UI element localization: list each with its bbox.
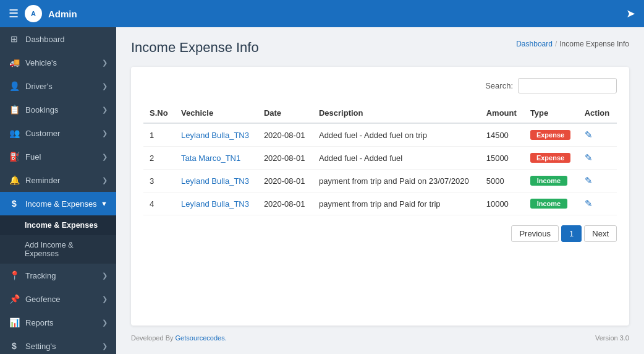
breadcrumb: Dashboard / Income Expense Info <box>516 40 629 48</box>
income-expense-table: S.No Vechicle Date Description Amount Ty… <box>143 103 617 215</box>
sidebar-label-tracking: Tracking <box>25 271 56 280</box>
sidebar-label-geofence: Geofence <box>25 295 60 304</box>
chevron-right-icon6: ❯ <box>102 176 108 184</box>
chevron-right-icon7: ❯ <box>102 272 108 280</box>
sidebar-label-vehicles: Vehicle's <box>25 58 57 67</box>
geofence-icon: 📌 <box>9 294 20 304</box>
dashboard-icon: ⊞ <box>9 34 20 44</box>
page-1-button[interactable]: 1 <box>561 225 582 242</box>
sidebar-item-tracking[interactable]: 📍 Tracking ❯ <box>0 264 116 287</box>
sidebar-item-dashboard[interactable]: ⊞ Dashboard <box>0 27 116 51</box>
table-row: 1 Leyland Bulla_TN3 2020-08-01 Added fue… <box>143 123 617 147</box>
vehicles-icon: 🚚 <box>9 58 20 67</box>
col-sno: S.No <box>143 103 175 123</box>
settings-icon: $ <box>9 341 20 351</box>
top-navbar: ☰ A Admin ➤ <box>0 0 644 27</box>
breadcrumb-home[interactable]: Dashboard <box>516 40 553 48</box>
sidebar-label-fuel: Fuel <box>25 152 41 162</box>
pagination: Previous 1 Next <box>143 225 617 242</box>
edit-button[interactable]: ✎ <box>585 152 593 163</box>
col-vehicle: Vechicle <box>175 103 258 123</box>
table-row: 4 Leyland Bulla_TN3 2020-08-01 payment f… <box>143 192 617 215</box>
type-badge: Income <box>530 176 567 186</box>
cell-vehicle[interactable]: Leyland Bulla_TN3 <box>175 170 258 192</box>
cell-amount: 15000 <box>480 147 524 170</box>
cell-date: 2020-08-01 <box>258 123 313 147</box>
type-badge: Income <box>530 199 567 209</box>
hamburger-icon[interactable]: ☰ <box>9 7 19 20</box>
sidebar-item-fuel[interactable]: ⛽ Fuel ❯ <box>0 145 116 168</box>
sidebar-item-geofence[interactable]: 📌 Geofence ❯ <box>0 287 116 311</box>
cell-amount: 5000 <box>480 170 524 192</box>
sidebar-item-drivers[interactable]: 👤 Driver's ❯ <box>0 74 116 98</box>
logo-icon: A <box>25 5 42 22</box>
chevron-right-icon3: ❯ <box>102 106 108 114</box>
cell-description: Added fuel - Added fuel <box>313 147 480 170</box>
edit-button[interactable]: ✎ <box>585 175 593 186</box>
sidebar-item-bookings[interactable]: 📋 Bookings ❯ <box>0 98 116 121</box>
search-row: Search: <box>143 78 617 93</box>
footer: Developed By Getsourcecodes. Version 3.0 <box>131 334 629 342</box>
type-badge: Expense <box>530 130 570 140</box>
search-input[interactable] <box>518 78 617 93</box>
sidebar-submenu-income: Income & Expenses Add Income & Expenses <box>0 215 116 264</box>
main-content: Income Expense Info Dashboard / Income E… <box>116 27 644 354</box>
chevron-right-icon8: ❯ <box>102 295 108 303</box>
sidebar: ⊞ Dashboard 🚚 Vehicle's ❯ 👤 Driver's ❯ 📋… <box>0 27 116 354</box>
breadcrumb-current: Income Expense Info <box>559 40 629 48</box>
cell-sno: 4 <box>143 192 175 215</box>
cell-amount: 10000 <box>480 192 524 215</box>
sidebar-item-reminder[interactable]: 🔔 Reminder ❯ <box>0 168 116 192</box>
col-description: Description <box>313 103 480 123</box>
logout-icon[interactable]: ➤ <box>626 7 635 20</box>
col-date: Date <box>258 103 313 123</box>
cell-vehicle[interactable]: Leyland Bulla_TN3 <box>175 192 258 215</box>
cell-vehicle[interactable]: Leyland Bulla_TN3 <box>175 123 258 147</box>
sidebar-label-bookings: Bookings <box>25 105 58 114</box>
cell-description: payment from trip and Paid for trip <box>313 192 480 215</box>
sidebar-item-settings[interactable]: $ Setting's ❯ <box>0 334 116 354</box>
edit-button[interactable]: ✎ <box>585 198 593 209</box>
cell-vehicle[interactable]: Tata Marco_TN1 <box>175 147 258 170</box>
chevron-down-icon: ▼ <box>101 200 108 207</box>
sidebar-label-dashboard: Dashboard <box>25 35 65 44</box>
sidebar-label-reminder: Reminder <box>25 176 60 185</box>
cell-amount: 14500 <box>480 123 524 147</box>
cell-type: Expense <box>524 147 578 170</box>
footer-company-link[interactable]: Getsourcecodes. <box>176 334 227 342</box>
cell-type: Income <box>524 192 578 215</box>
table-row: 2 Tata Marco_TN1 2020-08-01 Added fuel -… <box>143 147 617 170</box>
table-row: 3 Leyland Bulla_TN3 2020-08-01 payment f… <box>143 170 617 192</box>
app-title: Admin <box>48 9 77 19</box>
cell-action: ✎ <box>578 123 617 147</box>
sidebar-item-vehicles[interactable]: 🚚 Vehicle's ❯ <box>0 51 116 74</box>
fuel-icon: ⛽ <box>9 152 20 162</box>
footer-credit: Developed By Getsourcecodes. <box>131 334 227 342</box>
previous-button[interactable]: Previous <box>511 225 559 242</box>
sidebar-item-customer[interactable]: 👥 Customer ❯ <box>0 121 116 145</box>
bookings-icon: 📋 <box>9 105 20 114</box>
reports-icon: 📊 <box>9 317 20 327</box>
search-label: Search: <box>485 81 513 90</box>
cell-action: ✎ <box>578 170 617 192</box>
reminder-icon: 🔔 <box>9 175 20 185</box>
sidebar-sub-income-expenses[interactable]: Income & Expenses <box>0 215 116 235</box>
sidebar-label-reports: Reports <box>25 318 54 327</box>
developed-by-text: Developed By <box>131 334 174 342</box>
sidebar-sub-add-income[interactable]: Add Income & Expenses <box>0 235 116 264</box>
chevron-right-icon: ❯ <box>102 59 108 67</box>
chevron-right-icon5: ❯ <box>102 153 108 161</box>
drivers-icon: 👤 <box>9 81 20 91</box>
cell-sno: 2 <box>143 147 175 170</box>
next-button[interactable]: Next <box>584 225 617 242</box>
sidebar-item-income-expenses[interactable]: $ Income & Expenses ▼ <box>0 192 116 215</box>
cell-action: ✎ <box>578 147 617 170</box>
tracking-icon: 📍 <box>9 270 20 280</box>
income-icon: $ <box>9 199 20 209</box>
content-card: Search: S.No Vechicle Date Description A… <box>131 67 629 326</box>
cell-sno: 1 <box>143 123 175 147</box>
edit-button[interactable]: ✎ <box>585 129 593 140</box>
breadcrumb-separator: / <box>555 40 557 48</box>
chevron-right-icon2: ❯ <box>102 82 108 90</box>
sidebar-item-reports[interactable]: 📊 Reports ❯ <box>0 311 116 334</box>
